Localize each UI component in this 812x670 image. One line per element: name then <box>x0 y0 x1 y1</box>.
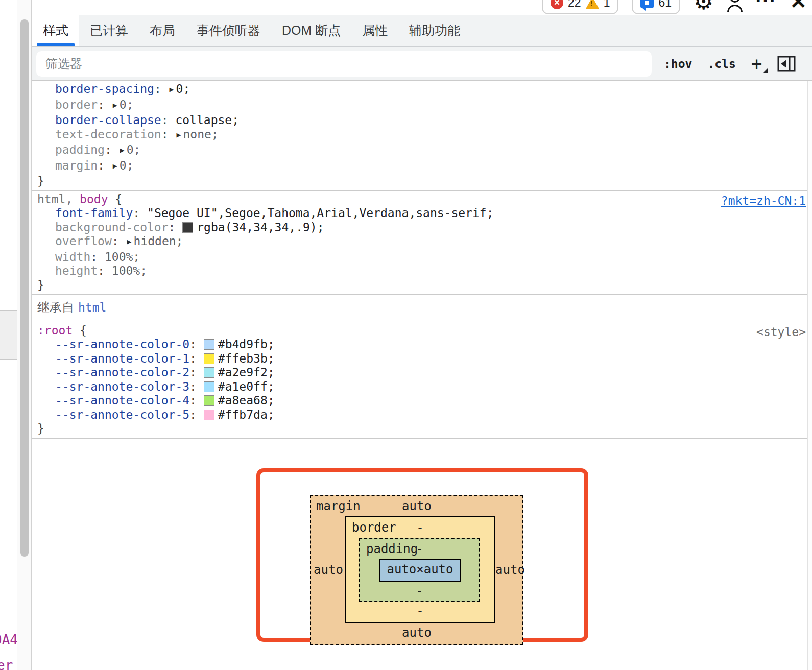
settings-gear-icon[interactable]: ⚙ <box>694 0 713 13</box>
warning-icon: ! <box>586 0 599 9</box>
property-name[interactable]: padding <box>55 143 105 156</box>
property-name[interactable]: margin <box>55 159 98 172</box>
closing-brace: } <box>37 422 44 435</box>
css-rule-section[interactable]: ?mkt=zh-CN:1 html, body { font-family: "… <box>32 191 812 295</box>
expand-arrow-icon[interactable]: ▶ <box>112 99 120 113</box>
border-label: border <box>352 521 396 535</box>
issues-badge[interactable]: ✕ 22 ! 1 <box>542 0 618 14</box>
color-swatch[interactable] <box>204 339 214 350</box>
margin-bottom-value[interactable]: auto <box>402 626 432 640</box>
color-swatch[interactable] <box>204 353 214 364</box>
inherited-node-link[interactable]: html <box>78 301 106 314</box>
margin-label: margin <box>316 499 361 514</box>
tab-computed[interactable]: 已计算 <box>79 15 139 46</box>
color-swatch[interactable] <box>182 222 193 233</box>
user-account-icon[interactable] <box>727 0 743 13</box>
property-value[interactable]: "Segoe UI",Segoe,Tahoma,Arial,Verdana,sa… <box>147 206 494 220</box>
property-value[interactable]: #ffeb3b; <box>218 352 275 365</box>
elements-scrollbar[interactable] <box>17 0 31 670</box>
border-top-value[interactable]: - <box>416 521 423 535</box>
expand-arrow-icon[interactable]: ▶ <box>112 159 120 174</box>
more-options-icon[interactable]: ··· <box>756 0 777 10</box>
sidebar-tab-bar: 样式 已计算 布局 事件侦听器 DOM 断点 属性 辅助功能 <box>32 15 812 47</box>
expand-arrow-icon[interactable]: ▶ <box>126 235 133 249</box>
pseudo-state-toggle[interactable]: :hov <box>664 57 692 70</box>
property-value[interactable]: rgba(34,34,34,.9); <box>197 221 324 234</box>
property-name[interactable]: overflow <box>55 234 112 248</box>
border-bottom-value[interactable]: - <box>416 605 423 619</box>
css-rule-section[interactable]: <style> :root { --sr-annote-color-0: #b4… <box>32 322 812 439</box>
class-toggle[interactable]: .cls <box>707 57 735 70</box>
tab-dom-breakpoints[interactable]: DOM 断点 <box>271 15 351 46</box>
expand-arrow-icon[interactable]: ▶ <box>169 83 176 97</box>
computed-sidebar-toggle-icon[interactable] <box>777 56 796 72</box>
padding-bottom-value[interactable]: - <box>416 585 423 599</box>
tab-properties[interactable]: 属性 <box>351 15 398 46</box>
color-swatch[interactable] <box>204 381 214 392</box>
property-name[interactable]: height <box>55 264 98 277</box>
message-count: 61 <box>658 0 672 10</box>
property-value[interactable]: hidden; <box>134 234 183 248</box>
property-name[interactable]: --sr-annote-color-3 <box>55 380 189 393</box>
rule-selector[interactable]: :root { <box>37 324 807 338</box>
tab-styles[interactable]: 样式 <box>32 15 79 46</box>
stylesheet-source-link[interactable]: ?mkt=zh-CN:1 <box>721 194 806 208</box>
messages-badge[interactable]: 61 <box>632 0 680 14</box>
error-icon: ✕ <box>551 0 563 9</box>
color-swatch[interactable] <box>204 410 214 420</box>
margin-left-value[interactable]: auto <box>314 563 343 578</box>
property-name[interactable]: text-decoration <box>55 128 161 141</box>
property-name[interactable]: font-family <box>55 206 133 220</box>
tab-accessibility[interactable]: 辅助功能 <box>398 15 471 46</box>
elements-text-fragment: er <box>0 658 13 670</box>
property-name[interactable]: width <box>55 250 90 264</box>
expand-arrow-icon[interactable]: ▶ <box>119 143 127 158</box>
new-style-rule-button[interactable]: + <box>751 53 762 74</box>
property-value[interactable]: #a2e9f2; <box>218 366 275 379</box>
property-value[interactable]: 100%; <box>112 264 147 277</box>
property-name[interactable]: --sr-annote-color-2 <box>55 366 189 379</box>
property-value[interactable]: 0; <box>120 159 134 172</box>
css-rule-section[interactable]: border-spacing: ▶0; border: ▶0; border-c… <box>32 81 812 191</box>
style-filter-input[interactable] <box>36 51 652 77</box>
padding-top-value[interactable]: - <box>416 542 423 557</box>
property-value[interactable]: 0; <box>176 82 190 95</box>
expand-arrow-icon[interactable]: ▶ <box>175 128 183 142</box>
content-size-value[interactable]: auto×auto <box>387 563 453 577</box>
property-name[interactable]: background-color <box>55 221 169 234</box>
tab-event-listeners[interactable]: 事件侦听器 <box>186 15 271 46</box>
box-model-padding[interactable]: padding - - auto×auto <box>359 538 480 602</box>
property-name[interactable]: border <box>55 98 98 111</box>
color-swatch[interactable] <box>204 395 214 406</box>
tab-layout[interactable]: 布局 <box>139 15 186 46</box>
elements-selected-row[interactable] <box>0 310 17 360</box>
property-value[interactable]: none; <box>183 128 218 141</box>
styles-scrollbar-track[interactable] <box>807 81 812 670</box>
property-value[interactable]: 100%; <box>105 250 140 264</box>
property-value[interactable]: collapse; <box>175 113 239 127</box>
box-model-border[interactable]: border - - padding - - auto×auto <box>345 516 495 623</box>
box-model-margin[interactable]: margin auto auto auto auto - - - - borde… <box>310 495 523 645</box>
rule-selector[interactable]: html, body { <box>37 193 807 207</box>
property-value[interactable]: #a8ea68; <box>218 394 275 407</box>
close-devtools-icon[interactable]: ✕ <box>790 0 807 12</box>
property-value[interactable]: 0; <box>127 143 141 156</box>
closing-brace: } <box>37 278 44 292</box>
margin-top-value[interactable]: auto <box>402 499 432 514</box>
property-name[interactable]: --sr-annote-color-1 <box>55 352 189 365</box>
property-value[interactable]: #a1e0ff; <box>218 380 275 393</box>
property-name[interactable]: --sr-annote-color-5 <box>55 408 189 421</box>
property-value[interactable]: #ffb7da; <box>218 408 275 421</box>
property-name[interactable]: --sr-annote-color-0 <box>55 338 189 351</box>
property-value[interactable]: 0; <box>120 98 134 111</box>
elements-divider <box>0 661 17 661</box>
scrollbar-thumb[interactable] <box>20 19 29 557</box>
property-value[interactable]: #b4d9fb; <box>218 338 275 351</box>
property-name[interactable]: border-spacing <box>55 82 154 95</box>
elements-text-fragment: 0A4 <box>0 632 17 648</box>
box-model-content[interactable]: auto×auto <box>379 559 461 582</box>
property-name[interactable]: --sr-annote-color-4 <box>55 394 189 407</box>
property-name[interactable]: border-collapse <box>55 113 161 127</box>
margin-right-value[interactable]: auto <box>495 563 525 578</box>
color-swatch[interactable] <box>204 367 214 378</box>
